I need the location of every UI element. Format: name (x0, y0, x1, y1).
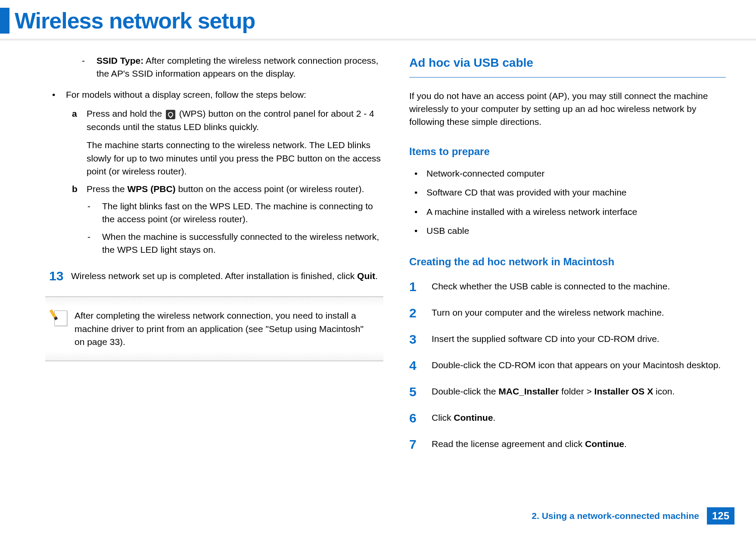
adhoc-heading: Ad hoc via USB cable (409, 54, 726, 78)
note-icon (53, 310, 68, 326)
dash-marker: - (87, 230, 102, 257)
prepare-item-text: A machine installed with a wireless netw… (426, 205, 637, 218)
step-text: Read the license agreement and click Con… (432, 438, 726, 451)
step-number: 3 (409, 332, 432, 346)
adhoc-step: 2Turn on your computer and the wireless … (409, 306, 726, 320)
step-b-dash1: - The light blinks fast on the WPS LED. … (67, 200, 383, 226)
adhoc-step: 5Double-click the MAC_Installer folder >… (409, 385, 726, 398)
step-number: 2 (409, 306, 432, 320)
step-a-letter: a (72, 107, 87, 178)
step-number: 4 (409, 359, 432, 372)
ssid-type-item: - SSID Type: After completing the wirele… (67, 54, 383, 81)
b-dash1-text: The light blinks fast on the WPS LED. Th… (102, 200, 383, 226)
step-b-content: Press the WPS (PBC) button on the access… (87, 183, 383, 196)
no-display-bullet: • For models without a display screen, f… (48, 88, 383, 101)
prepare-item: •Software CD that was provided with your… (409, 186, 726, 199)
prepare-item-text: Network-connected computer (426, 167, 544, 180)
step-13-num: 13 (45, 269, 71, 283)
step-number: 7 (409, 438, 432, 451)
step-a: a Press and hold the (WPS) button on the… (67, 107, 383, 178)
bullet-marker: • (48, 88, 66, 101)
step-text: Check whether the USB cable is connected… (432, 280, 726, 293)
page-title: Wireless network setup (15, 8, 255, 34)
items-heading: Items to prepare (409, 144, 726, 159)
adhoc-step: 6Click Continue. (409, 411, 726, 425)
footer: 2. Using a network-connected machine 125 (532, 507, 734, 525)
note-box: After completing the wireless network co… (45, 296, 383, 361)
step-b-letter: b (72, 183, 87, 196)
step-text: Double-click the CD-ROM icon that appear… (432, 359, 726, 372)
adhoc-step: 3Insert the supplied software CD into yo… (409, 332, 726, 346)
create-heading: Creating the ad hoc network in Macintosh (409, 255, 726, 270)
step-a-para2: The machine starts connecting to the wir… (87, 139, 383, 178)
adhoc-step: 1Check whether the USB cable is connecte… (409, 280, 726, 293)
step-13: 13 Wireless network set up is completed.… (45, 269, 383, 283)
step-text: Insert the supplied software CD into you… (432, 332, 726, 346)
bullet-marker: • (409, 205, 426, 218)
b-dash2-text: When the machine is successfully connect… (102, 230, 383, 257)
adhoc-step: 4Double-click the CD-ROM icon that appea… (409, 359, 726, 372)
adhoc-step: 7Read the license agreement and click Co… (409, 438, 726, 451)
dash-marker: - (87, 200, 102, 226)
prepare-item: •Network-connected computer (409, 167, 726, 180)
bullet-marker: • (409, 186, 426, 199)
note-text: After completing the wireless network co… (75, 309, 373, 348)
prepare-item: •A machine installed with a wireless net… (409, 205, 726, 218)
header-accent (0, 8, 9, 34)
footer-chapter: 2. Using a network-connected machine (532, 511, 699, 521)
adhoc-intro: If you do not have an access point (AP),… (409, 90, 726, 129)
step-b: b Press the WPS (PBC) button on the acce… (67, 183, 383, 196)
step-text: Turn on your computer and the wireless n… (432, 306, 726, 320)
wps-icon (166, 110, 175, 119)
step-13-text: Wireless network set up is completed. Af… (71, 269, 383, 283)
step-number: 1 (409, 280, 432, 293)
bullet-marker: • (409, 167, 426, 180)
bullet-marker: • (409, 224, 426, 237)
step-a-content: Press and hold the (WPS) button on the c… (87, 107, 383, 178)
prepare-item-text: USB cable (426, 224, 469, 237)
footer-page-number: 125 (707, 507, 734, 525)
dash-marker: - (82, 54, 96, 81)
ssid-type-text: SSID Type: After completing the wireless… (96, 54, 383, 81)
no-display-text: For models without a display screen, fol… (66, 88, 306, 101)
prepare-item-text: Software CD that was provided with your … (426, 186, 627, 199)
header-divider (0, 39, 756, 41)
step-number: 6 (409, 411, 432, 425)
step-number: 5 (409, 385, 432, 398)
step-b-dash2: - When the machine is successfully conne… (67, 230, 383, 257)
step-text: Click Continue. (432, 411, 726, 425)
step-text: Double-click the MAC_Installer folder > … (432, 385, 726, 398)
prepare-item: •USB cable (409, 224, 726, 237)
